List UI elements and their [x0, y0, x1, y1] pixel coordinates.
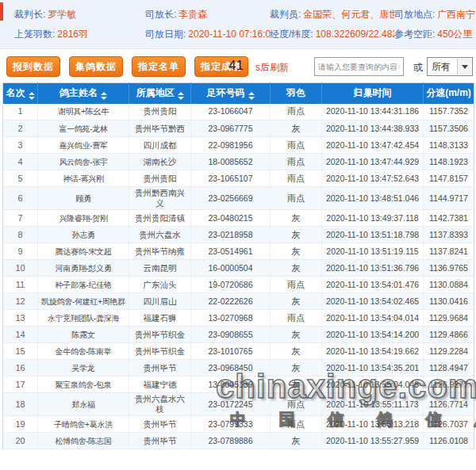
cell-ring: 23-0514961	[191, 243, 271, 260]
cell-region: 贵州毕节	[129, 433, 191, 449]
column-header-2[interactable]: 所属地区	[129, 83, 191, 104]
cell-speed: 1126.7714	[424, 393, 474, 416]
sort-icon	[29, 92, 35, 100]
cell-rank: 19	[3, 416, 38, 433]
column-header-label: 名次	[6, 87, 25, 98]
cell-owner: 河南勇翔-彭义勇	[38, 260, 129, 277]
column-header-5: 归巢时间	[322, 83, 424, 104]
info-field-5: 司放日期:2020-11-10 07:16:00	[145, 25, 270, 44]
cell-ring: 13-0270968	[191, 310, 271, 327]
chevron-down-icon[interactable]	[457, 59, 471, 75]
table-row: 19子晴鸽舍+葛永洪贵州毕节23-0799333雨点2020-11-10 13:…	[3, 416, 474, 433]
cell-region: 贵州贵阳清镇	[129, 210, 191, 227]
cell-ring: 18-0085652	[191, 154, 271, 170]
cell-owner: 神话-蒋兴刚	[38, 170, 129, 187]
cell-rank: 3	[3, 137, 38, 154]
cell-speed: 1157.3506	[424, 120, 474, 137]
refresh-countdown-suffix: s后刷新	[255, 61, 289, 75]
cell-rank: 15	[3, 343, 38, 360]
cell-region: 贵州六盘水六枝	[129, 393, 191, 416]
filter-select-value: 所有	[432, 61, 451, 72]
cell-speed: 1157.7352	[424, 104, 474, 120]
info-field-6: 经度/纬度:108.322609/22.482975	[270, 25, 394, 44]
cell-region: 福建宁德	[129, 376, 191, 393]
column-header-1[interactable]: 鸽主姓名	[38, 83, 129, 104]
cell-ring: 19-0720686	[191, 277, 271, 293]
toolbar-button-1[interactable]: 集鸽数据	[69, 56, 123, 77]
filter-select[interactable]: 所有	[427, 57, 473, 76]
cell-color: 灰	[271, 210, 322, 227]
cell-owner: 永宁竞翔团队-龚深海	[38, 310, 129, 327]
cell-region: 贵州贵阳	[129, 104, 191, 120]
cell-region: 贵州毕节织金	[129, 327, 191, 343]
cell-color: 灰	[271, 376, 322, 393]
cell-time: 2020-11-10 13:49:37.118	[322, 210, 424, 227]
column-header-4: 羽色	[271, 83, 322, 104]
cell-speed: 1130.0416	[424, 293, 474, 310]
cell-color: 雨点	[271, 393, 322, 416]
info-value: 罗学敏	[48, 9, 76, 20]
table-row: 3嘉兴鸽业-曹军四川成都22-0981956雨点2020-11-10 13:47…	[3, 137, 474, 154]
cell-region: 贵州毕节	[129, 360, 191, 376]
info-label: 经度/纬度:	[270, 29, 313, 40]
cell-color: 灰	[271, 120, 322, 137]
table-row: 9腾达赛鸽-宋文超贵州毕节纳雍23-0514961灰2020-11-10 13:…	[3, 243, 474, 260]
cell-ring: 23-0967775	[191, 120, 271, 137]
cell-color: 雨点	[271, 310, 322, 327]
info-label: 司放地点:	[394, 9, 435, 20]
cell-rank: 11	[3, 277, 38, 293]
cell-speed: 1128.4947	[424, 360, 474, 376]
cell-color: 雨点	[271, 104, 322, 120]
info-value: 李贵森	[178, 9, 207, 20]
toolbar-button-2[interactable]: 指定名单	[132, 56, 186, 77]
info-label: 司放日期:	[145, 29, 186, 40]
cell-owner: 吴学龙	[38, 360, 129, 376]
table-row: 15金牛鸽舍-陈南举贵州毕节织金23-1010765灰2020-11-10 13…	[3, 343, 474, 360]
info-label: 上笼羽数:	[14, 29, 55, 40]
cell-time: 2020-11-10 13:54:35.201	[322, 360, 424, 376]
cell-owner: 谢明其+陈幺牛	[38, 104, 129, 120]
column-header-label: 足环号码	[207, 87, 245, 98]
table-body: 1谢明其+陈幺牛贵州贵阳23-1066047雨点2020-11-10 13:44…	[3, 104, 474, 449]
cell-owner: 嘉兴鸽业-曹军	[38, 137, 129, 154]
cell-rank: 9	[3, 243, 38, 260]
column-header-0[interactable]: 名次	[3, 83, 38, 104]
cell-speed: 1148.1923	[424, 154, 474, 170]
cell-owner: 腾达赛鸽-宋文超	[38, 243, 129, 260]
cell-owner: 松博鸽舍-陈志国	[38, 433, 129, 449]
column-header-label: 鸽主姓名	[60, 87, 98, 98]
cell-ring: 23-0480215	[191, 210, 271, 227]
table-row: 6顾勇贵州黔西南兴义23-0256669雨点2020-11-10 13:48:5…	[3, 187, 474, 210]
cell-region: 四川眉山	[129, 293, 191, 310]
column-header-6: 分速(m/m)	[424, 83, 474, 104]
cell-color: 灰	[271, 343, 322, 360]
table-row: 10河南勇翔-彭义勇云南昆明16-0000504灰2020-11-10 13:5…	[3, 260, 474, 277]
cell-time: 2020-11-10 13:51:36.796	[322, 260, 424, 277]
cell-speed: 1126.0108	[424, 433, 474, 449]
cell-time: 2020-11-10 13:51:18.798	[322, 227, 424, 243]
cell-owner: 兴隆睿翔-贺刚	[38, 210, 129, 227]
info-value: 108.322609/22.482975	[316, 29, 394, 40]
cell-rank: 4	[3, 154, 38, 170]
cell-ring: 23-0908655	[191, 327, 271, 343]
cell-region: 贵州毕节	[129, 416, 191, 433]
info-field-0: 裁判长:罗学敏	[14, 5, 145, 25]
cell-color: 灰	[271, 433, 322, 449]
cell-speed: 1130.0884	[424, 277, 474, 293]
cell-rank: 8	[3, 227, 38, 243]
cell-rank: 6	[3, 187, 38, 210]
toolbar-button-0[interactable]: 报到数据	[6, 56, 60, 77]
cell-rank: 13	[3, 310, 38, 327]
toolbar-buttons: 报到数据集鸽数据指定名单指定成绩	[6, 56, 248, 77]
cell-owner: 金牛鸽舍-陈南举	[38, 343, 129, 360]
cell-speed: 1129.9684	[424, 310, 474, 327]
page: 裁判长:罗学敏司放长:李贵森裁判员:金国荣、何元君、唐世杰司放地点:广西南宁上笼…	[0, 0, 476, 470]
cell-ring: 23-0172245	[191, 393, 271, 416]
search-input[interactable]	[314, 57, 404, 76]
info-field-3: 司放地点:广西南宁	[394, 5, 476, 25]
cell-time: 2020-11-10 13:54:02.465	[322, 293, 424, 310]
column-header-3[interactable]: 足环号码	[191, 83, 271, 104]
cell-ring: 23-0789886	[191, 433, 271, 449]
cell-rank: 7	[3, 210, 38, 227]
info-value: 金国荣、何元君、唐世杰	[303, 9, 394, 20]
